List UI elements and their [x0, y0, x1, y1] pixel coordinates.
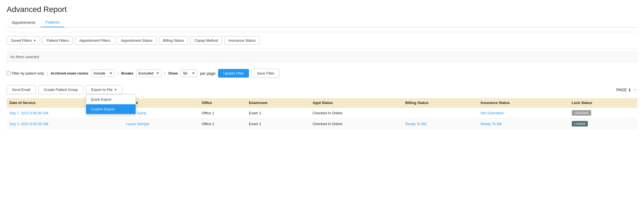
- filter-by-patient-checkbox[interactable]: [7, 71, 10, 75]
- appointment-filters-button[interactable]: Appointment Filters: [75, 36, 114, 45]
- filter-options-row: Filter by patient only | Archived exam r…: [7, 66, 637, 82]
- custom-export-item[interactable]: Custom Export: [86, 104, 136, 114]
- page-title: Advanced Report: [7, 5, 637, 14]
- cell-insurance-status: Ready To Bill: [478, 118, 569, 129]
- update-filter-button[interactable]: Update Filter: [218, 69, 249, 78]
- copay-method-button[interactable]: Copay Method: [190, 36, 222, 45]
- table-row: Sep 1, 2022 8:00:00 AM Laurie Sample Off…: [7, 118, 637, 129]
- export-wrapper: Export to File ▼ Quick Export Custom Exp…: [86, 85, 122, 94]
- cell-insurance-status: Not Submitted: [478, 108, 569, 118]
- date-link[interactable]: Sep 1, 2022 8:00:00 AM: [9, 122, 48, 126]
- cell-billing-status: Ready To Bill: [403, 118, 478, 129]
- cell-office: Office 1: [199, 108, 246, 118]
- col-billing-status: Billing Status: [403, 98, 478, 108]
- billing-status-button[interactable]: Billing Status: [159, 36, 188, 45]
- tab-appointments[interactable]: Appointments: [7, 18, 41, 27]
- appointment-status-button[interactable]: Appointment Status: [117, 36, 156, 45]
- export-caret-icon: ▼: [114, 88, 117, 91]
- lock-status-badge: Locked: [572, 121, 588, 127]
- action-bar: Send Email Create Patient Group Export t…: [7, 82, 637, 97]
- caret-icon: ▼: [33, 39, 36, 42]
- per-page-label: per page: [200, 71, 215, 76]
- cell-lock-status: Locked: [569, 118, 637, 129]
- breaks-label: Breaks: [121, 71, 133, 75]
- cell-patient: Laurie Sample: [123, 118, 199, 129]
- cell-billing-status: [403, 108, 478, 118]
- cell-appt-status: Checked In Online: [310, 118, 403, 129]
- date-link[interactable]: Sep 7, 2022 8:00:00 AM: [9, 111, 48, 115]
- export-dropdown: Quick Export Custom Export: [86, 94, 136, 114]
- tab-patients[interactable]: Patients: [41, 18, 65, 27]
- export-to-file-button[interactable]: Export to File ▼: [86, 85, 122, 94]
- quick-export-item[interactable]: Quick Export: [86, 95, 136, 104]
- cell-office: Office 1: [199, 118, 246, 129]
- cell-lock-status: Unlocked: [569, 108, 637, 118]
- col-office: Office: [199, 98, 246, 108]
- separator-2: |: [118, 71, 119, 76]
- tab-bar: Appointments Patients: [7, 18, 637, 28]
- archived-exam-rooms-select[interactable]: Include Exclude: [91, 70, 115, 77]
- billing-status-value[interactable]: Ready To Bill: [405, 122, 426, 126]
- patient-link[interactable]: Laurie Sample: [126, 122, 149, 126]
- insurance-status-button[interactable]: Insurance Status: [224, 36, 260, 45]
- page-indicator: PAGE 1 →: [616, 87, 637, 93]
- insurance-status-value[interactable]: Not Submitted: [481, 111, 503, 115]
- col-examroom: Examroom: [246, 98, 310, 108]
- breaks-select[interactable]: Excluded Included: [136, 70, 162, 77]
- filter-bar: Saved Filters ▼ Patient Filters Appointm…: [7, 32, 637, 49]
- col-appt-status: Appt Status: [310, 98, 403, 108]
- send-email-button[interactable]: Send Email: [7, 85, 36, 94]
- insurance-status-value[interactable]: Ready To Bill: [481, 122, 502, 126]
- save-filter-button[interactable]: Save Filter: [252, 69, 279, 78]
- next-page-arrow[interactable]: →: [632, 87, 637, 93]
- cell-date: Sep 1, 2022 8:00:00 AM: [7, 118, 123, 129]
- no-filters-message: No filters selected: [7, 52, 637, 62]
- archived-exam-rooms-label: Archived exam rooms: [51, 71, 88, 75]
- patient-filters-button[interactable]: Patient Filters: [43, 36, 73, 45]
- cell-examroom: Exam 1: [246, 118, 310, 129]
- separator-3: |: [164, 71, 166, 76]
- cell-appt-status: Checked In Online: [310, 108, 403, 118]
- cell-examroom: Exam 1: [246, 108, 310, 118]
- lock-status-badge: Unlocked: [572, 110, 591, 116]
- show-label: Show: [168, 71, 178, 75]
- separator-1: |: [47, 71, 48, 76]
- col-insurance-status: Insurance Status: [478, 98, 569, 108]
- saved-filters-button[interactable]: Saved Filters ▼: [7, 36, 40, 45]
- show-per-page-select[interactable]: 10 25 50 100: [181, 70, 197, 77]
- filter-by-patient-label[interactable]: Filter by patient only: [7, 71, 44, 75]
- create-patient-group-button[interactable]: Create Patient Group: [38, 85, 83, 94]
- col-lock-status: Lock Status: [569, 98, 637, 108]
